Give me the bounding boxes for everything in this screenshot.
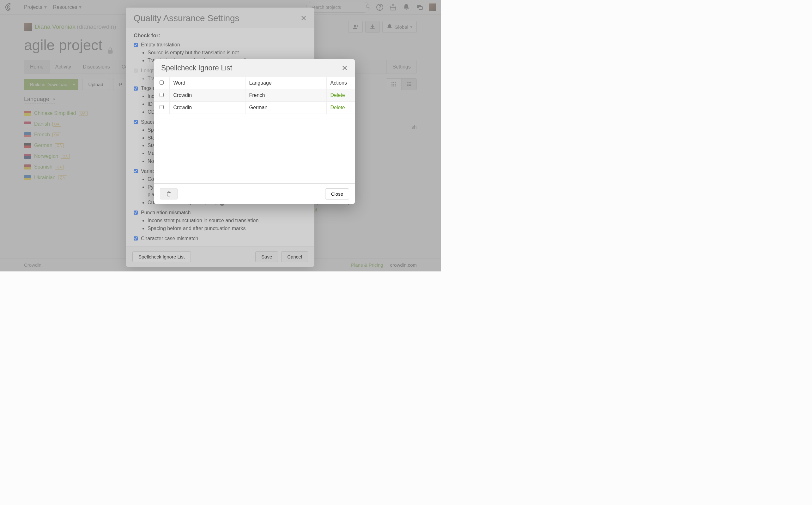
spellcheck-modal: Spellcheck Ignore List ✕ Word Language A… xyxy=(154,59,355,204)
empty-translation-label: Empty translation xyxy=(141,42,180,48)
delete-link[interactable]: Delete xyxy=(331,105,345,110)
language-cell: German xyxy=(245,102,326,114)
language-header: Language xyxy=(245,77,326,89)
charcase-label: Character case mismatch xyxy=(141,236,198,241)
sub-item: Source is empty but the translation is n… xyxy=(147,49,307,57)
empty-translation-checkbox[interactable] xyxy=(134,43,138,47)
actions-header: Actions xyxy=(326,77,355,89)
select-all-checkbox[interactable] xyxy=(159,80,164,85)
spaces-checkbox[interactable] xyxy=(134,120,138,124)
close-button[interactable]: Close xyxy=(325,188,349,199)
trash-button[interactable] xyxy=(160,188,178,199)
qa-modal-title: Quality Assurance Settings xyxy=(134,13,239,23)
check-empty-translation[interactable]: Empty translation xyxy=(134,42,307,48)
cancel-button[interactable]: Cancel xyxy=(281,251,308,262)
close-icon[interactable]: ✕ xyxy=(301,14,307,22)
close-icon[interactable]: ✕ xyxy=(342,64,348,72)
spellcheck-ignore-list-button[interactable]: Spellcheck Ignore List xyxy=(132,251,191,262)
delete-link[interactable]: Delete xyxy=(331,93,345,98)
variables-label: Variab xyxy=(141,169,155,174)
sub-item: Spacing before and after punctuation mar… xyxy=(147,225,307,232)
language-cell: French xyxy=(245,89,326,102)
charcase-checkbox[interactable] xyxy=(134,236,138,240)
table-row: Crowdin German Delete xyxy=(154,102,355,114)
check-punctuation[interactable]: Punctuation mismatch xyxy=(134,210,307,215)
select-all-header xyxy=(154,77,169,89)
check-for-label: Check for: xyxy=(134,32,307,39)
row-checkbox[interactable] xyxy=(159,105,164,109)
word-cell: Crowdin xyxy=(169,102,245,114)
row-checkbox[interactable] xyxy=(159,93,164,97)
length-checkbox[interactable] xyxy=(134,68,138,72)
tags-checkbox[interactable] xyxy=(134,87,138,91)
punctuation-label: Punctuation mismatch xyxy=(141,210,191,215)
table-row: Crowdin French Delete xyxy=(154,89,355,102)
sub-item: Inconsistent punctuation in source and t… xyxy=(147,217,307,225)
word-header: Word xyxy=(169,77,245,89)
word-cell: Crowdin xyxy=(169,89,245,102)
variables-checkbox[interactable] xyxy=(134,169,138,173)
save-button[interactable]: Save xyxy=(255,251,278,262)
spellcheck-title: Spellcheck Ignore List xyxy=(161,64,232,72)
check-charcase[interactable]: Character case mismatch xyxy=(134,236,307,241)
spellcheck-table: Word Language Actions Crowdin French Del… xyxy=(154,77,355,114)
punctuation-checkbox[interactable] xyxy=(134,210,138,215)
